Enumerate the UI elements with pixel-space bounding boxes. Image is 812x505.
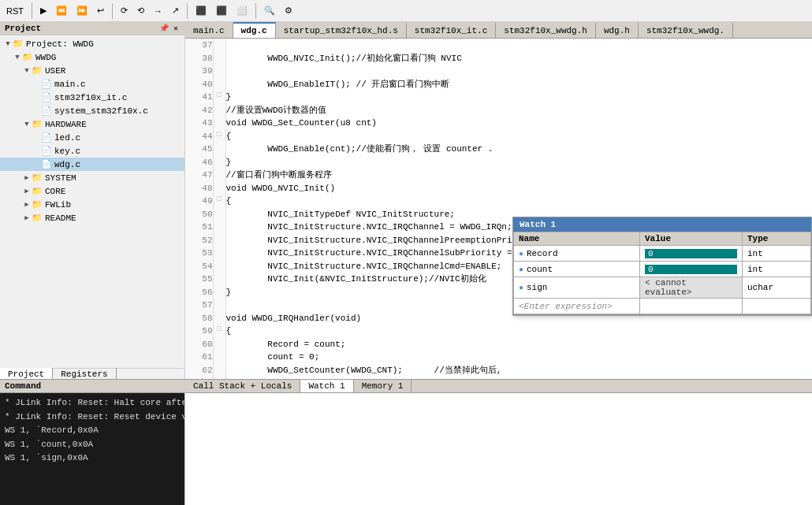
tree-icon-hardware: 📁 bbox=[32, 119, 43, 129]
code-line-41: 41□} bbox=[185, 91, 812, 104]
tree-item-hardware[interactable]: ▼📁HARDWARE bbox=[0, 117, 184, 131]
line-code-44[interactable]: { bbox=[225, 130, 812, 143]
line-fold-49[interactable]: □ bbox=[213, 195, 225, 208]
tree-item-user[interactable]: ▼📁USER bbox=[0, 64, 184, 77]
tab-wdg-c[interactable]: wdg.c bbox=[233, 22, 276, 38]
line-code-45[interactable]: WWDG_Enable(cnt);//使能看门狗， 设置 counter . bbox=[225, 143, 812, 156]
tree-item-system[interactable]: ▶📁SYSTEM bbox=[0, 171, 184, 184]
tree-item-stm32f10x-it[interactable]: 📄stm32f10x_it.c bbox=[0, 91, 184, 104]
tree-expand-readme[interactable]: ▶ bbox=[22, 214, 32, 222]
tool-btn-2[interactable]: ⏪ bbox=[53, 4, 70, 17]
tree-item-key-c[interactable]: 📄key.c bbox=[0, 144, 184, 158]
line-code-63[interactable] bbox=[225, 377, 812, 379]
tool-btn-3[interactable]: ⏩ bbox=[73, 4, 91, 17]
command-panel[interactable]: * JLink Info: Reset: Halt core after res… bbox=[0, 393, 184, 505]
sidebar-pin-icon[interactable]: 📌 bbox=[158, 24, 170, 33]
line-code-46[interactable]: } bbox=[225, 156, 812, 169]
line-fold-61 bbox=[213, 351, 225, 364]
tree-item-system-stm32[interactable]: 📄system_stm32f10x.c bbox=[0, 104, 184, 117]
watch-name-2[interactable]: ●sign bbox=[514, 277, 640, 299]
line-code-61[interactable]: count = 0; bbox=[225, 351, 812, 364]
right-tab-Watch-1[interactable]: Watch 1 bbox=[300, 380, 353, 392]
tree-expand-core[interactable]: ▶ bbox=[22, 187, 32, 195]
command-line-4: WS 1, `sign,0x0A bbox=[5, 451, 180, 466]
tree-item-wwdg[interactable]: ▼📁WWDG bbox=[0, 50, 184, 64]
tool-btn-9[interactable]: ⬛ bbox=[192, 4, 210, 17]
watch-value-3[interactable] bbox=[640, 299, 743, 314]
tool-btn-12[interactable]: 🔍 bbox=[261, 4, 278, 17]
tree-item-project-root[interactable]: ▼📁Project: WWDG bbox=[0, 37, 184, 50]
line-code-62[interactable]: WWDG_SetCounter(WWDG_CNT); //当禁掉此句后, bbox=[225, 364, 812, 377]
tool-btn-10[interactable]: ⬛ bbox=[213, 4, 230, 17]
tree-icon-wdg-c: 📄 bbox=[41, 159, 52, 169]
tree-item-readme[interactable]: ▶📁README bbox=[0, 211, 184, 225]
tool-btn-7[interactable]: → bbox=[151, 5, 166, 17]
line-code-60[interactable]: Record = count; bbox=[225, 338, 812, 351]
tool-btn-1[interactable]: ▶ bbox=[37, 4, 50, 17]
line-code-39[interactable] bbox=[225, 65, 812, 78]
line-fold-44[interactable]: □ bbox=[213, 130, 225, 143]
tree-expand-system[interactable]: ▶ bbox=[22, 173, 32, 182]
tab-stm32f10x-wwdg-h[interactable]: stm32f10x_wwdg.h bbox=[496, 22, 596, 38]
tab-stm32f10x-it-c[interactable]: stm32f10x_it.c bbox=[407, 22, 496, 38]
line-fold-47 bbox=[213, 169, 225, 182]
line-fold-41[interactable]: □ bbox=[213, 91, 225, 104]
tree-expand-user[interactable]: ▼ bbox=[22, 67, 32, 75]
code-line-48: 48void WWDG_NVIC_Init() bbox=[185, 182, 812, 195]
line-fold-59[interactable]: □ bbox=[213, 325, 225, 338]
tool-btn-5[interactable]: ⟳ bbox=[117, 4, 131, 17]
tree-expand-project-root[interactable]: ▼ bbox=[3, 40, 13, 48]
rst-button[interactable]: RST bbox=[3, 5, 27, 17]
watch-value-1[interactable]: 0 bbox=[640, 262, 743, 277]
tree-item-wdg-c[interactable]: 📄wdg.c bbox=[0, 158, 184, 171]
tool-btn-4[interactable]: ↩ bbox=[94, 4, 107, 17]
tab-stm32f10x-wwdg-[interactable]: stm32f10x_wwdg. bbox=[639, 22, 733, 38]
tab-startup-stm32f10x-hd-s[interactable]: startup_stm32f10x_hd.s bbox=[276, 22, 407, 38]
code-line-47: 47//窗口看门狗中断服务程序 bbox=[185, 169, 812, 182]
command-label: Command bbox=[0, 380, 184, 393]
line-code-48[interactable]: void WWDG_NVIC_Init() bbox=[225, 182, 812, 195]
toolbar-sep-4 bbox=[255, 3, 256, 19]
line-code-47[interactable]: //窗口看门狗中断服务程序 bbox=[225, 169, 812, 182]
watch-name-1[interactable]: ●count bbox=[514, 262, 640, 277]
line-code-49[interactable]: { bbox=[225, 195, 812, 208]
tree-expand-wwdg[interactable]: ▼ bbox=[13, 54, 22, 61]
tree-expand-hardware[interactable]: ▼ bbox=[22, 121, 32, 128]
tree-icon-main-c: 📄 bbox=[41, 79, 52, 89]
line-code-42[interactable]: //重设置WWDG计数器的值 bbox=[225, 104, 812, 117]
tree-expand-fwlib[interactable]: ▶ bbox=[22, 200, 32, 209]
line-code-59[interactable]: { bbox=[225, 325, 812, 338]
tree-icon-project-root: 📁 bbox=[13, 39, 24, 49]
tree-item-led-c[interactable]: 📄led.c bbox=[0, 131, 184, 144]
watch-name-0[interactable]: ●Record bbox=[514, 246, 640, 262]
line-code-38[interactable]: WWDG_NVIC_Init();//初始化窗口看门狗 NVIC bbox=[225, 52, 812, 65]
watch-name-3[interactable]: <Enter expression> bbox=[514, 299, 640, 314]
sidebar-tab-project[interactable]: Project bbox=[0, 368, 53, 380]
sidebar-tab-registers[interactable]: Registers bbox=[53, 368, 116, 380]
tool-btn-6[interactable]: ⟲ bbox=[134, 4, 147, 17]
watch-value-2[interactable]: < cannot evaluate> bbox=[640, 277, 743, 299]
tool-btn-11[interactable]: ⬜ bbox=[233, 4, 251, 17]
tool-btn-8[interactable]: ↗ bbox=[169, 4, 182, 17]
line-code-41[interactable]: } bbox=[225, 91, 812, 104]
watch-value-0[interactable]: 0 bbox=[640, 246, 743, 262]
line-code-40[interactable]: WWDG_EnableIT(); // 开启窗口看门狗中断 bbox=[225, 78, 812, 91]
right-tab-Memory-1[interactable]: Memory 1 bbox=[354, 380, 412, 392]
right-tab-Call-Stack---Locals[interactable]: Call Stack + Locals bbox=[185, 380, 300, 392]
line-code-43[interactable]: void WWDG_Set_Counter(u8 cnt) bbox=[225, 117, 812, 130]
code-line-44: 44□{ bbox=[185, 130, 812, 143]
tree-item-core[interactable]: ▶📁CORE bbox=[0, 184, 184, 198]
tree-icon-readme: 📁 bbox=[32, 213, 43, 223]
line-fold-62 bbox=[213, 364, 225, 377]
tree-item-fwlib[interactable]: ▶📁FWLib bbox=[0, 198, 184, 211]
code-editor[interactable]: 3738 WWDG_NVIC_Init();//初始化窗口看门狗 NVIC394… bbox=[185, 39, 812, 379]
line-code-37[interactable] bbox=[225, 39, 812, 52]
line-fold-42 bbox=[213, 104, 225, 117]
tree-item-main-c[interactable]: 📄main.c bbox=[0, 77, 184, 91]
line-number-62: 62 bbox=[185, 364, 213, 377]
tab-main-c[interactable]: main.c bbox=[185, 22, 233, 38]
watch-row-1: ●count0int bbox=[514, 262, 811, 277]
tool-btn-13[interactable]: ⚙ bbox=[281, 4, 296, 17]
tab-wdg-h[interactable]: wdg.h bbox=[596, 22, 639, 38]
sidebar-close-icon[interactable]: ✕ bbox=[172, 24, 180, 33]
